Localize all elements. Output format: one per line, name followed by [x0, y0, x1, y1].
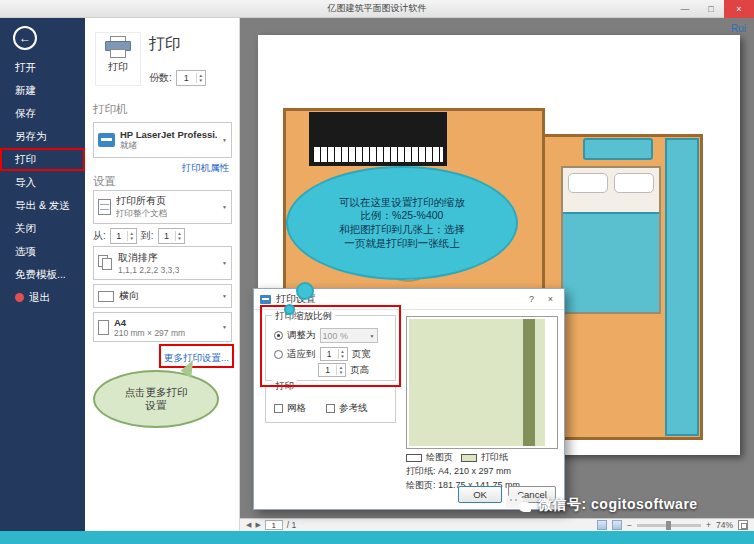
dialog-close-button[interactable]: × [543, 292, 558, 307]
guides-label: 参考线 [339, 402, 368, 415]
drawing-page-swatch [406, 454, 422, 462]
watermark: 微信号: cogitosoftware [506, 494, 698, 516]
collate-icon [98, 255, 113, 271]
dialog-help-button[interactable]: ? [524, 292, 539, 307]
sidebar-item-close[interactable]: 关闭 [0, 217, 85, 240]
sidebar-item-import[interactable]: 导入 [0, 171, 85, 194]
piano-keys [313, 147, 443, 162]
spinner-arrows[interactable]: ▲ ▼ [196, 73, 205, 83]
cloud-annotation-text: 可以在这里设置打印的缩放 比例：%25-%400 和把图打印到几张上：选择 一页… [339, 196, 465, 251]
fit-to-label: 适应到 [287, 348, 316, 361]
spinner-down-icon[interactable]: ▼ [197, 78, 205, 83]
pages-tall-spinner[interactable]: 1 ▲ ▼ [318, 363, 346, 377]
spinner-arrows[interactable]: ▲ ▼ [127, 231, 136, 241]
printer-section-label: 打印机 [93, 102, 128, 117]
spinner-value: 1 [177, 73, 196, 83]
more-print-settings-link[interactable]: 更多打印设置... [164, 352, 229, 363]
spinner-down-icon[interactable]: ▼ [128, 236, 136, 241]
spinner-down-icon[interactable]: ▼ [176, 236, 184, 241]
zoom-out-button[interactable]: − [627, 520, 632, 530]
pan-tool-icon[interactable] [597, 520, 607, 530]
account-name[interactable]: Rui [731, 23, 746, 34]
grid-label: 网格 [287, 402, 306, 415]
spinner-arrows[interactable]: ▲ ▼ [175, 231, 184, 241]
sidebar-item-open[interactable]: 打开 [0, 56, 85, 79]
page-total-label: / 1 [287, 520, 296, 530]
spinner-down-icon[interactable]: ▼ [337, 370, 345, 375]
back-icon: ← [19, 31, 31, 45]
zoom-slider[interactable] [637, 524, 701, 527]
prev-page-button[interactable]: ◀ [246, 521, 251, 529]
paper-name: A4 [114, 317, 185, 328]
page-number-input[interactable]: 1 [265, 520, 283, 530]
print-button[interactable]: 打印 [95, 32, 141, 86]
orientation-select[interactable]: 横向 ▼ [93, 284, 232, 308]
collate-select[interactable]: 取消排序 1,1,1 2,2,2 3,3,3 ▼ [93, 246, 232, 280]
copies-spinner[interactable]: 1 ▲ ▼ [176, 70, 206, 86]
zoom-in-button[interactable]: + [706, 520, 711, 530]
sidebar-item-label: 新建 [15, 84, 36, 96]
zoom-group-label: 打印缩放比例 [272, 310, 335, 323]
zoom-percent-label[interactable]: 74% [716, 520, 733, 530]
from-spinner[interactable]: 1 ▲ ▼ [110, 228, 137, 244]
maximize-button[interactable]: □ [698, 0, 724, 18]
minimize-button[interactable]: — [672, 0, 698, 18]
printer-device-icon [98, 133, 115, 147]
sidebar-item-label: 保存 [15, 107, 36, 119]
copies-row: 份数: 1 ▲ ▼ [149, 70, 206, 86]
sidebar-item-print[interactable]: 打印 [0, 148, 85, 171]
to-spinner[interactable]: 1 ▲ ▼ [158, 228, 185, 244]
close-button[interactable]: × [724, 0, 754, 18]
zoom-tool-icon[interactable] [612, 520, 622, 530]
range-title: 打印所有页 [116, 194, 167, 208]
printer-status: 就绪 [120, 140, 217, 152]
dropdown-caret-icon: ▼ [222, 293, 227, 299]
pages-wide-spinner[interactable]: 1 ▲ ▼ [320, 347, 348, 361]
print-paper-legend-label: 打印纸 [481, 451, 508, 464]
adjust-to-radio[interactable] [274, 331, 283, 340]
sidebar-item-save[interactable]: 保存 [0, 102, 85, 125]
sidebar-item-options[interactable]: 选项 [0, 240, 85, 263]
maximize-icon: □ [708, 4, 713, 14]
sidebar-item-save-as[interactable]: 另存为 [0, 125, 85, 148]
spinner-down-icon[interactable]: ▼ [339, 354, 347, 359]
blanket [563, 212, 659, 312]
grid-checkbox[interactable] [274, 404, 283, 413]
adjust-to-label: 调整为 [287, 329, 316, 342]
print-panel: 打印 打印 份数: 1 ▲ ▼ 打印机 HP LaserJet Professi… [85, 18, 240, 531]
from-label: 从: [93, 229, 106, 243]
pillow [568, 173, 608, 193]
sidebar-item-free-templates[interactable]: 免费模板... [0, 263, 85, 286]
spinner-arrows[interactable]: ▲ ▼ [336, 365, 345, 375]
back-button[interactable]: ← [13, 26, 37, 50]
fit-to-radio[interactable] [274, 350, 283, 359]
dropdown-caret-icon: ▼ [222, 137, 227, 143]
page-from-to-row: 从: 1 ▲ ▼ 到: 1 ▲ ▼ [93, 228, 185, 244]
guides-checkbox[interactable] [326, 404, 335, 413]
zoom-percent-select[interactable]: 100 % ▼ [320, 328, 378, 343]
paper-icon [98, 320, 109, 335]
zoom-percent-value: 100 % [323, 331, 349, 341]
page-range-select[interactable]: 打印所有页 打印整个文档 ▼ [93, 190, 232, 224]
spinner-value: 1 [319, 365, 336, 375]
sidebar-item-export-send[interactable]: 导出 & 发送 [0, 194, 85, 217]
preview-legend: 绘图页 打印纸 [406, 451, 508, 464]
panel-heading: 打印 [149, 34, 181, 55]
ok-button[interactable]: OK [458, 486, 502, 503]
fit-to-window-button[interactable] [738, 520, 748, 530]
sidebar-item-new[interactable]: 新建 [0, 79, 85, 102]
spinner-value: 1 [159, 231, 175, 241]
printer-properties-link[interactable]: 打印机属性 [182, 162, 230, 175]
dialog-printer-icon [260, 295, 271, 304]
landscape-icon [98, 291, 114, 302]
zoom-slider-thumb[interactable] [666, 521, 671, 530]
spinner-arrows[interactable]: ▲ ▼ [338, 349, 347, 359]
document-icon [98, 199, 111, 215]
tip-bubble: 点击更多打印 设置 [93, 370, 219, 428]
next-page-button[interactable]: ▶ [255, 521, 260, 529]
spinner-value: 1 [321, 349, 338, 359]
sidebar-item-exit[interactable]: 退出 [0, 286, 85, 309]
paper-size-select[interactable]: A4 210 mm × 297 mm ▼ [93, 312, 232, 342]
printer-select[interactable]: HP LaserJet Professi... 就绪 ▼ [93, 122, 232, 158]
drawing-page-preview [523, 319, 535, 446]
